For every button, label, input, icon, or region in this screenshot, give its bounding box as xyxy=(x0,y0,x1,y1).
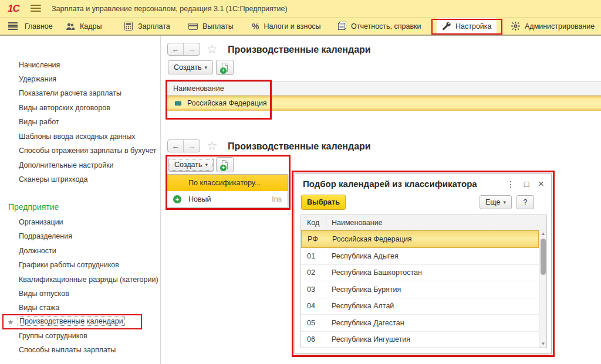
forward-arrow-icon[interactable]: → xyxy=(184,43,200,55)
dialog-scrollbar[interactable]: ▲ ▼ xyxy=(539,230,546,348)
sidebar-item-vacation-types[interactable]: Виды отпусков xyxy=(19,290,69,298)
section2-title: Производственные календари xyxy=(228,141,371,152)
sidebar-item-barcode-scanners[interactable]: Сканеры штрихкода xyxy=(19,175,87,183)
back-arrow-icon[interactable]: ← xyxy=(168,140,184,152)
cell-code: 06 xyxy=(301,335,326,343)
tab-settings[interactable]: Настройка xyxy=(437,18,497,35)
section1-title: Производственные календари xyxy=(228,45,371,55)
favorite-star-icon[interactable]: ★ xyxy=(7,318,14,326)
more-button-label: Еще xyxy=(485,198,500,206)
sidebar-item-departments[interactable]: Подразделения xyxy=(19,232,72,240)
sidebar-item-additional-settings[interactable]: Дополнительные настройки xyxy=(19,161,114,169)
tab-personnel-label: Кадры xyxy=(80,22,102,30)
create-button-2[interactable]: Создать ▾ xyxy=(168,158,214,172)
chevron-down-icon: ▾ xyxy=(205,162,208,168)
cell-name: Республика Бурятия xyxy=(326,285,401,294)
tab-settings-label: Настройка xyxy=(455,22,492,30)
table-row-02[interactable]: 02 Республика Башкортостан xyxy=(301,265,539,282)
percent-icon: % xyxy=(252,22,259,31)
tab-taxes[interactable]: % Налоги и взносы xyxy=(247,18,326,35)
menu-item-by-classifier[interactable]: По классификатору... xyxy=(167,175,288,191)
create-dropdown-menu: По классификатору... + Новый Ins xyxy=(167,174,288,207)
tab-payments[interactable]: Выплаты xyxy=(184,18,238,35)
classifier-table-rows: РФ Российская Федерация 01 Республика Ад… xyxy=(301,230,539,348)
sidebar-item-salary-payment-methods[interactable]: Способы выплаты зарплаты xyxy=(19,346,116,354)
sidebar-item-input-templates[interactable]: Шаблоны ввода исходных данных xyxy=(19,132,136,141)
dialog-menu-dots-icon[interactable]: ⋮ xyxy=(504,178,517,190)
sidebar-item-organizations[interactable]: Организации xyxy=(19,218,63,226)
sidebar-item-deductions[interactable]: Удержания xyxy=(19,75,56,83)
cell-name: Российская Федерация xyxy=(326,235,412,243)
tab-administration[interactable]: Администрирование xyxy=(506,18,599,35)
sidebar-item-production-calendars[interactable]: Производственные календари xyxy=(18,317,125,325)
cell-name: Республика Башкортостан xyxy=(326,268,422,277)
tab-payments-label: Выплаты xyxy=(202,22,234,30)
cell-name: Республика Адыгея xyxy=(326,252,399,260)
sidebar-item-work-schedules[interactable]: Графики работы сотрудников xyxy=(19,261,119,269)
tab-salary[interactable]: Зарплата xyxy=(119,18,175,35)
list-row-label: Российская Федерация xyxy=(187,99,267,107)
calendar-item-icon xyxy=(175,101,181,106)
back-arrow-icon[interactable]: ← xyxy=(168,43,184,55)
favorite-star-outline-icon[interactable]: ☆ xyxy=(207,43,218,55)
tab-main[interactable]: Главное xyxy=(20,18,58,35)
column-header-name: Наименование xyxy=(326,219,383,227)
sidebar-item-positions[interactable]: Должности xyxy=(19,247,56,255)
scrollbar-thumb[interactable] xyxy=(541,239,546,275)
sidebar-item-seniority-types[interactable]: Виды стажа xyxy=(19,304,59,312)
table-row-04[interactable]: 04 Республика Алтай xyxy=(301,298,539,315)
scroll-up-icon[interactable]: ▲ xyxy=(539,230,547,237)
dialog-maximize-icon[interactable]: □ xyxy=(520,178,533,190)
card-icon xyxy=(188,22,198,31)
cell-code: 01 xyxy=(301,252,326,260)
classifier-table: Код Наименование РФ Российская Федерация… xyxy=(300,215,547,348)
table-row-03[interactable]: 03 Республика Бурятия xyxy=(301,281,539,298)
create-button-2-label: Создать xyxy=(174,161,202,169)
classifier-table-header[interactable]: Код Наименование xyxy=(301,215,546,230)
table-row-01[interactable]: 01 Республика Адыгея xyxy=(301,248,539,265)
sidebar-item-work-types[interactable]: Виды работ xyxy=(19,118,59,126)
chevron-down-icon: ▾ xyxy=(205,64,208,70)
cell-code: 02 xyxy=(301,268,326,277)
help-button-label: ? xyxy=(524,198,528,206)
tab-taxes-label: Налоги и взносы xyxy=(264,22,320,30)
main-menu-icon[interactable] xyxy=(31,5,41,13)
reports-icon xyxy=(337,22,346,31)
menu-item-by-classifier-label: По классификатору... xyxy=(188,179,261,187)
load-from-classifier-button[interactable]: + xyxy=(216,60,234,75)
menu-item-new-shortcut: Ins xyxy=(272,195,282,203)
more-button[interactable]: Еще ▾ xyxy=(480,195,512,209)
list-row-russian-federation[interactable]: Российская Федерация xyxy=(166,96,601,111)
table-row-06[interactable]: 06 Республика Ингушетия xyxy=(301,332,539,348)
select-button[interactable]: Выбрать xyxy=(301,195,346,210)
sidebar-item-qualification-grades[interactable]: Квалификационные разряды (категории) xyxy=(19,275,158,284)
table-row-rf[interactable]: РФ Российская Федерация xyxy=(301,230,539,248)
tab-personnel[interactable]: Кадры xyxy=(61,18,106,35)
table-row-05[interactable]: 05 Республика Дагестан xyxy=(301,315,539,332)
create-button-label: Создать xyxy=(174,63,202,72)
chevron-down-icon: ▾ xyxy=(503,199,506,205)
window-titlebar: 1С Зарплата и управление персоналом, ред… xyxy=(0,0,601,18)
sidebar-item-salary-indicators[interactable]: Показатели расчета зарплаты xyxy=(19,89,121,97)
list-column-header-label: Наименование xyxy=(173,84,224,93)
help-button[interactable]: ? xyxy=(516,195,534,209)
cell-name: Республика Алтай xyxy=(326,302,394,310)
load-from-classifier-button-2[interactable]: + xyxy=(216,157,234,172)
gear-icon xyxy=(511,22,520,31)
scroll-down-icon[interactable]: ▼ xyxy=(539,341,547,348)
tab-reports[interactable]: Отчетность, справки xyxy=(332,18,426,35)
sidebar-item-employee-groups[interactable]: Группы сотрудников xyxy=(19,332,87,340)
sidebar-item-accounting-reflection[interactable]: Способы отражения зарплаты в бухучет xyxy=(19,147,157,155)
app-window: 1С Зарплата и управление персоналом, ред… xyxy=(0,0,601,364)
list-column-header[interactable]: Наименование xyxy=(166,81,601,96)
sidebar-item-accruals[interactable]: Начисления xyxy=(19,61,60,69)
favorite-star-outline-icon[interactable]: ☆ xyxy=(207,140,218,152)
menu-item-new-label: Новый xyxy=(188,195,211,203)
create-button[interactable]: Создать ▾ xyxy=(168,60,213,74)
calculator-icon xyxy=(124,22,133,31)
sidebar-item-author-contracts[interactable]: Виды авторских договоров xyxy=(19,104,110,112)
forward-arrow-icon[interactable]: → xyxy=(184,140,200,152)
document-plus-icon: + xyxy=(222,63,228,72)
dialog-close-icon[interactable]: × xyxy=(535,178,548,190)
menu-item-new[interactable]: + Новый Ins xyxy=(167,191,288,207)
